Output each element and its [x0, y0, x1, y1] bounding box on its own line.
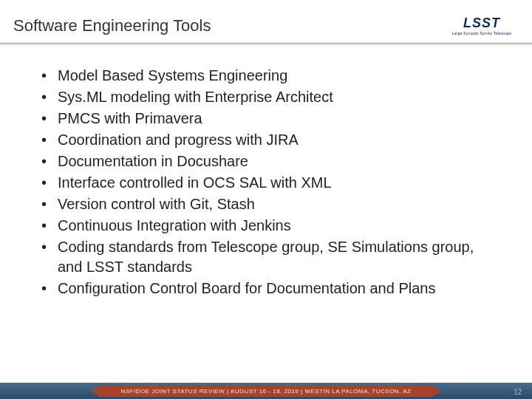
logo-sub-text: Large Synoptic Survey Telescope	[452, 31, 511, 35]
list-item: PMCS with Primavera	[37, 109, 495, 129]
list-item: Version control with Git, Stash	[37, 194, 495, 214]
list-item: Sys.ML modeling with Enterprise Architec…	[37, 87, 495, 107]
list-item: Coding standards from Telescope group, S…	[37, 237, 495, 277]
list-item: Coordination and progress with JIRA	[37, 130, 495, 150]
slide-title: Software Engineering Tools	[13, 16, 211, 35]
list-item: Documentation in Docushare	[37, 151, 495, 171]
logo-main-text: LSST	[463, 16, 500, 30]
slide-footer: NSF/DOE JOINT STATUS REVIEW | AUGUST 16 …	[0, 383, 532, 399]
list-item: Model Based Systems Engineering	[37, 66, 495, 86]
list-item: Configuration Control Board for Document…	[37, 279, 495, 299]
slide-header: Software Engineering Tools LSST Large Sy…	[0, 0, 532, 44]
slide-content: Model Based Systems Engineering Sys.ML m…	[0, 45, 532, 299]
list-item: Interface controlled in OCS SAL with XML	[37, 173, 495, 193]
page-number: 12	[514, 388, 522, 396]
bullet-list: Model Based Systems Engineering Sys.ML m…	[37, 66, 495, 299]
lsst-logo: LSST Large Synoptic Survey Telescope	[445, 15, 519, 37]
list-item: Continuous Integration with Jenkins	[37, 216, 495, 236]
footer-ribbon: NSF/DOE JOINT STATUS REVIEW | AUGUST 16 …	[99, 386, 434, 397]
